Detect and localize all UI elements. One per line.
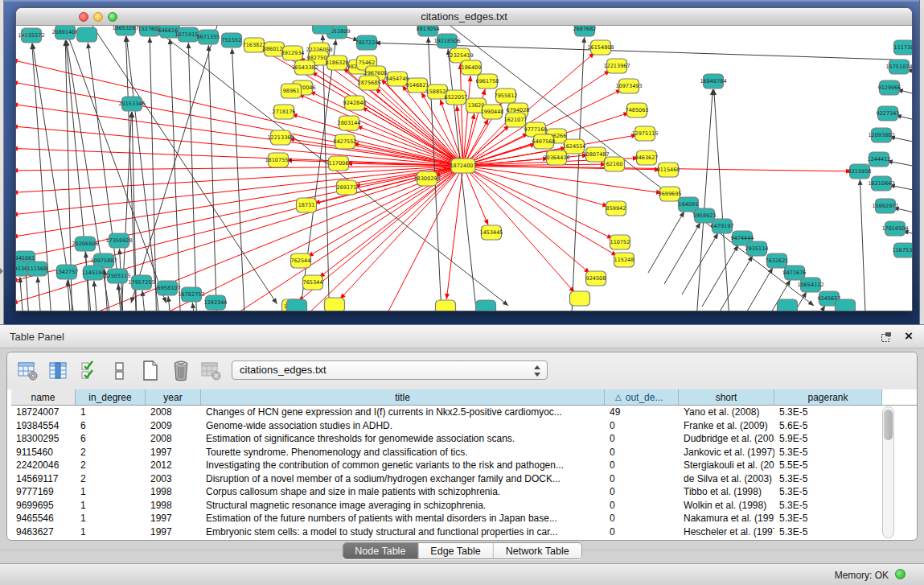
network-node[interactable]: 2875685 <box>358 76 381 90</box>
network-node[interactable]: 1990448 <box>481 105 504 119</box>
network-node[interactable]: 10653287 <box>112 26 138 35</box>
network-node[interactable]: 7632621 <box>766 253 789 268</box>
table-cell[interactable]: 5.5E-5 <box>774 459 882 472</box>
network-node[interactable]: 16154808 <box>587 40 614 55</box>
table-cell[interactable]: Genome-wide association studies in ADHD. <box>201 419 605 433</box>
network-node[interactable]: 20153346 <box>118 97 145 111</box>
network-node[interactable]: 18300295 <box>413 171 440 186</box>
table-cell[interactable]: 18300295 <box>11 432 76 446</box>
network-node[interactable]: 12213369 <box>267 130 294 145</box>
network-node[interactable] <box>436 300 456 311</box>
left-panel-edge[interactable] <box>0 0 4 324</box>
table-cell[interactable]: 1 <box>76 525 146 539</box>
network-node[interactable]: 18107554 <box>265 153 291 167</box>
network-node[interactable]: 859942 <box>606 201 626 216</box>
network-node[interactable]: 924508 <box>586 271 606 286</box>
network-edge[interactable] <box>170 39 181 311</box>
select-columns-icon[interactable] <box>78 360 100 381</box>
delete-trash-icon[interactable] <box>170 360 191 381</box>
table-cell[interactable]: 9699695 <box>11 499 76 513</box>
table-cell[interactable]: Tibbo et al. (1998) <box>679 485 774 499</box>
network-node[interactable] <box>778 299 798 311</box>
network-node[interactable]: 2803144 <box>338 116 361 130</box>
table-cell[interactable]: 1 <box>76 499 146 513</box>
table-cell[interactable]: 0 <box>605 446 679 459</box>
table-cell[interactable]: Wolkin et al. (1998) <box>679 499 774 513</box>
network-node[interactable]: 117006 <box>329 156 349 171</box>
column-header-in_degree[interactable]: in_degree <box>76 389 146 405</box>
network-edge[interactable] <box>208 45 217 311</box>
tab-edge-table[interactable]: Edge Table <box>418 543 493 558</box>
network-node[interactable]: 6497568 <box>532 134 556 149</box>
table-cell[interactable]: 5.3E-5 <box>774 512 882 525</box>
table-cell[interactable]: Jankovic et al. (1997) <box>679 446 774 459</box>
table-cell[interactable]: 5.6E-5 <box>774 419 882 433</box>
network-node[interactable] <box>77 27 97 42</box>
table-row[interactable]: 1938455462009Genome-wide association stu… <box>11 419 917 433</box>
network-node[interactable]: 186409 <box>462 60 482 75</box>
network-node[interactable]: 115248 <box>614 253 634 267</box>
network-node[interactable]: 110752 <box>610 235 630 249</box>
table-cell[interactable]: 2003 <box>146 472 201 486</box>
network-node[interactable]: 9227343 <box>877 106 900 121</box>
table-cell[interactable]: 1 <box>76 512 146 525</box>
table-cell[interactable]: Franke et al. (2009) <box>679 419 774 433</box>
network-node[interactable]: 6479197 <box>711 219 734 233</box>
network-node[interactable]: 16848784 <box>700 74 726 89</box>
network-edge[interactable] <box>648 212 684 273</box>
table-cell[interactable]: 2 <box>76 472 146 486</box>
network-edge[interactable] <box>463 166 608 206</box>
table-cell[interactable]: 19384554 <box>11 419 76 433</box>
network-window-titlebar[interactable]: citations_edges.txt <box>16 8 912 26</box>
table-cell[interactable]: 0 <box>605 459 679 472</box>
table-cell[interactable]: 1997 <box>146 525 201 539</box>
network-node[interactable]: 20891406 <box>51 26 78 39</box>
network-node[interactable]: 12093882 <box>868 128 894 142</box>
table-cell[interactable]: 6 <box>76 419 146 433</box>
row-options-icon[interactable] <box>109 360 130 381</box>
network-node[interactable]: 8215958 <box>848 164 872 179</box>
network-node[interactable]: 1167533 <box>893 243 912 257</box>
network-edge[interactable] <box>448 49 478 311</box>
network-edge[interactable] <box>463 166 488 225</box>
scrollbar-thumb[interactable] <box>884 410 893 440</box>
network-node[interactable]: 17957255 <box>128 275 154 290</box>
table-cell[interactable]: 1998 <box>146 485 201 499</box>
table-cell[interactable]: 2008 <box>146 432 201 446</box>
table-cell[interactable]: 9115460 <box>11 446 76 459</box>
table-cell[interactable]: 18724007 <box>11 406 76 419</box>
table-cell[interactable]: de Silva et al. (2003) <box>679 472 774 486</box>
network-edge[interactable] <box>131 26 217 303</box>
network-node[interactable] <box>836 299 856 311</box>
network-node[interactable]: 762544 <box>291 253 311 268</box>
network-edge[interactable] <box>714 89 730 311</box>
table-row[interactable]: 2242004622012Investigating the contribut… <box>11 459 917 472</box>
column-header-year[interactable]: year <box>146 389 201 405</box>
table-cell[interactable]: 49 <box>605 406 679 419</box>
table-cell[interactable]: Structural magnetic resonance image aver… <box>201 499 605 513</box>
network-node[interactable]: 9129966 <box>878 80 901 95</box>
network-node[interactable]: 2935114 <box>745 241 769 256</box>
table-cell[interactable]: Estimation of the future numbers of pati… <box>201 512 605 525</box>
table-cell[interactable]: 22420046 <box>11 459 76 472</box>
table-cell[interactable]: 2 <box>76 459 146 472</box>
network-node[interactable]: 9699695 <box>659 187 682 201</box>
table-cell[interactable]: 0 <box>605 432 679 446</box>
network-node[interactable]: 111730 <box>894 40 913 55</box>
network-node[interactable]: 20206506 <box>72 237 98 251</box>
table-cell[interactable]: Corpus callosum shape and size in male p… <box>201 485 605 499</box>
network-edge[interactable] <box>717 256 753 311</box>
network-node[interactable]: 8186328 <box>326 56 349 70</box>
table-cell[interactable]: Yano et al. (2008) <box>679 406 774 419</box>
table-row[interactable]: 946362711997Embryonic stem cells: a mode… <box>11 525 917 539</box>
network-node[interactable]: 18731 <box>297 198 317 212</box>
network-node[interactable] <box>287 299 307 311</box>
table-cell[interactable]: 0 <box>605 525 679 539</box>
table-row[interactable]: 1872400712008Changes of HCN gene express… <box>11 406 917 419</box>
network-node[interactable]: 10654112 <box>797 278 823 292</box>
network-node[interactable]: 15692971 <box>872 199 898 213</box>
table-row[interactable]: 969969511998Structural magnetic resonanc… <box>11 499 917 513</box>
close-panel-icon[interactable]: × <box>905 328 913 344</box>
network-node[interactable] <box>476 300 496 311</box>
network-node[interactable]: 1145194 <box>82 266 105 280</box>
